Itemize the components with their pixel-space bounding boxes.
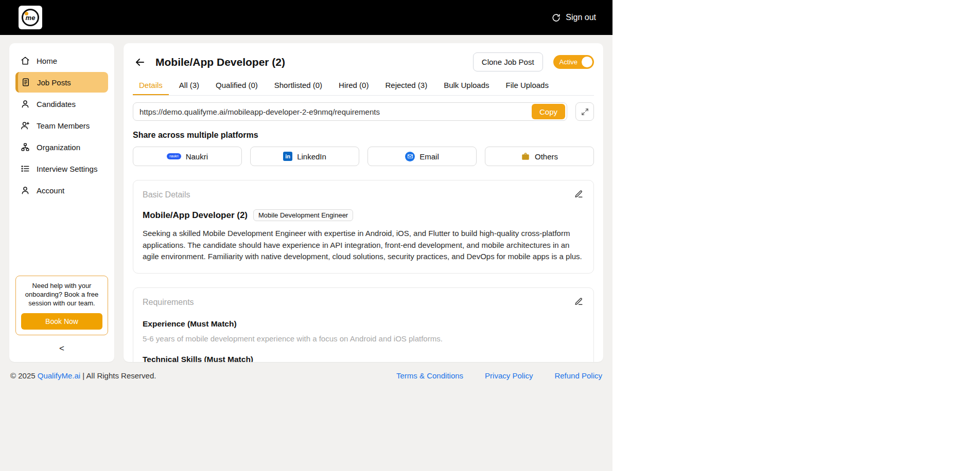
- toggle-label: Active: [559, 58, 577, 66]
- app-window: me Sign out Home Job Posts Candidates: [0, 0, 612, 471]
- sidebar-item-label: Home: [37, 57, 57, 65]
- basic-details-card: Basic Details Mobile/App Developer (2) M…: [133, 180, 594, 274]
- naukri-icon: naukri: [167, 153, 181, 160]
- platform-label: LinkedIn: [297, 152, 326, 161]
- sidebar-item-label: Candidates: [37, 100, 76, 108]
- person-star-icon: [21, 121, 30, 130]
- signout-icon: [551, 13, 561, 23]
- platform-label: Email: [419, 152, 439, 161]
- brand-link[interactable]: QualifyMe.ai: [38, 371, 80, 380]
- footer: © 2025 QualifyMe.ai | All Rights Reserve…: [0, 362, 612, 380]
- sidebar-item-team-members[interactable]: Team Members: [15, 115, 108, 136]
- platform-label: Others: [535, 152, 558, 161]
- page-title: Mobile/App Developer (2): [155, 56, 285, 68]
- share-platform-buttons: naukri Naukri in LinkedIn Email Others: [133, 147, 594, 166]
- share-platforms-heading: Share across multiple platforms: [133, 131, 594, 140]
- basic-details-header: Basic Details: [143, 189, 584, 201]
- requirements-card: Requirements Experience (Must Match) 5-6…: [133, 287, 594, 363]
- sidebar-item-organization[interactable]: Organization: [15, 137, 108, 157]
- briefcase-icon: [521, 152, 530, 161]
- requirement-text: 5-6 years of mobile development experien…: [143, 333, 584, 345]
- job-description: Seeking a skilled Mobile Development Eng…: [143, 228, 584, 263]
- tab-details[interactable]: Details: [133, 76, 169, 95]
- job-title-row: Mobile/App Developer (2) Mobile Developm…: [143, 209, 584, 221]
- expand-icon: [581, 108, 589, 116]
- share-url-row: Copy: [133, 102, 594, 121]
- job-role-badge: Mobile Development Engineer: [253, 209, 353, 221]
- tab-hired[interactable]: Hired (0): [332, 76, 375, 95]
- signout-button[interactable]: Sign out: [551, 13, 596, 23]
- platform-label: Naukri: [186, 152, 208, 161]
- sidebar-item-candidates[interactable]: Candidates: [15, 94, 108, 114]
- home-icon: [21, 56, 30, 65]
- book-now-button[interactable]: Book Now: [21, 313, 102, 330]
- email-icon: [405, 152, 415, 161]
- requirements-heading: Requirements: [143, 298, 194, 307]
- document-icon: [21, 78, 30, 87]
- clone-job-post-button[interactable]: Clone Job Post: [473, 52, 543, 71]
- requirements-header: Requirements: [143, 296, 584, 309]
- linkedin-icon: in: [283, 152, 292, 161]
- toggle-knob: [582, 57, 592, 67]
- share-naukri-button[interactable]: naukri Naukri: [133, 147, 242, 166]
- sidebar-item-label: Account: [37, 186, 64, 195]
- signout-label: Sign out: [566, 13, 596, 22]
- logo-text: me: [26, 14, 36, 22]
- share-url-field: Copy: [133, 102, 567, 121]
- refund-link[interactable]: Refund Policy: [554, 371, 602, 380]
- pencil-icon: [574, 297, 583, 306]
- sidebar-item-job-posts[interactable]: Job Posts: [15, 72, 108, 93]
- job-tabs: Details All (3) Qualified (0) Shortliste…: [133, 76, 594, 96]
- job-title: Mobile/App Developer (2): [143, 210, 248, 221]
- sidebar-item-label: Job Posts: [37, 78, 71, 87]
- person-icon: [21, 186, 30, 195]
- tab-rejected[interactable]: Rejected (3): [379, 76, 433, 95]
- share-email-button[interactable]: Email: [367, 147, 477, 166]
- logo-circle-icon: me: [22, 9, 39, 26]
- content-area: Home Job Posts Candidates Team Members O…: [0, 35, 612, 362]
- tab-all[interactable]: All (3): [173, 76, 205, 95]
- requirement-title: Experience (Must Match): [143, 319, 584, 329]
- basic-details-heading: Basic Details: [143, 190, 190, 200]
- share-url-input[interactable]: [139, 107, 532, 116]
- sidebar-item-label: Organization: [37, 143, 80, 152]
- main-panel: Mobile/App Developer (2) Clone Job Post …: [124, 43, 603, 362]
- onboarding-help-box: Need help with your onboarding? Book a f…: [15, 276, 108, 335]
- edit-requirements-button[interactable]: [573, 296, 584, 309]
- sidebar-item-label: Interview Settings: [37, 165, 97, 173]
- person-icon: [21, 99, 30, 108]
- tab-qualified[interactable]: Qualified (0): [209, 76, 264, 95]
- sidebar-item-interview-settings[interactable]: Interview Settings: [15, 158, 108, 179]
- share-others-button[interactable]: Others: [485, 147, 594, 166]
- edit-basic-details-button[interactable]: [573, 189, 584, 201]
- expand-url-button[interactable]: [575, 102, 594, 121]
- back-arrow-icon: [134, 56, 146, 68]
- copyright-prefix: © 2025: [10, 371, 38, 380]
- terms-link[interactable]: Terms & Conditions: [396, 371, 463, 380]
- help-text: Need help with your onboarding? Book a f…: [21, 282, 102, 308]
- header-actions: Clone Job Post Active: [473, 52, 594, 71]
- back-button[interactable]: [133, 55, 147, 69]
- topbar: me Sign out: [0, 0, 612, 35]
- app-logo[interactable]: me: [19, 6, 42, 29]
- org-chart-icon: [21, 142, 30, 152]
- footer-links: Terms & Conditions Privacy Policy Refund…: [396, 371, 602, 380]
- tab-shortlisted[interactable]: Shortlisted (0): [268, 76, 328, 95]
- sidebar-item-home[interactable]: Home: [15, 50, 108, 71]
- copyright-suffix: | All Rights Reserved.: [80, 371, 156, 380]
- sidebar-collapse-button[interactable]: <: [59, 343, 64, 354]
- tab-file-uploads[interactable]: File Uploads: [500, 76, 555, 95]
- share-linkedin-button[interactable]: in LinkedIn: [250, 147, 359, 166]
- tab-bulk-uploads[interactable]: Bulk Uploads: [437, 76, 495, 95]
- copy-button[interactable]: Copy: [532, 104, 565, 119]
- job-header: Mobile/App Developer (2) Clone Job Post …: [133, 52, 594, 71]
- active-status-toggle[interactable]: Active: [553, 55, 594, 69]
- copyright-text: © 2025 QualifyMe.ai | All Rights Reserve…: [10, 371, 156, 380]
- sidebar-item-label: Team Members: [37, 121, 90, 130]
- requirement-title: Technical Skills (Must Match): [143, 355, 584, 362]
- sidebar: Home Job Posts Candidates Team Members O…: [9, 43, 114, 362]
- privacy-link[interactable]: Privacy Policy: [485, 371, 533, 380]
- sidebar-item-account[interactable]: Account: [15, 180, 108, 201]
- pencil-icon: [574, 190, 583, 198]
- list-icon: [21, 164, 30, 173]
